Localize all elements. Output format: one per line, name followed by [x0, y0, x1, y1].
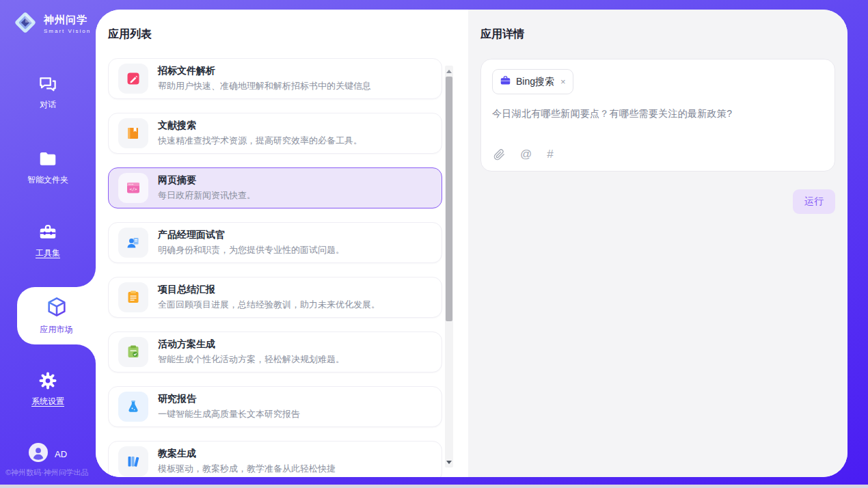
app-list: 招标文件解析 帮助用户快速、准确地理解和解析招标书中的关键信息 文献搜索 快速精… [108, 58, 442, 477]
app-desc: 每日政府新闻资讯快查。 [158, 189, 256, 202]
app-name: 教案生成 [158, 448, 336, 460]
interviewer-icon [118, 228, 148, 258]
app-name: 活动方案生成 [158, 338, 344, 351]
app-name: 产品经理面试官 [158, 229, 344, 241]
user-account[interactable]: AD [0, 443, 96, 465]
app-detail-title: 应用详情 [480, 27, 835, 42]
app-card-research-report[interactable]: 研究报告 一键智能生成高质量长文本研究报告 [108, 386, 442, 427]
sidebar-item-label: 应用市场 [40, 324, 73, 336]
cube-icon [46, 296, 68, 321]
flask-icon [118, 392, 148, 422]
briefcase-icon [500, 74, 511, 89]
sidebar-item-app-market[interactable]: 应用市场 [17, 287, 96, 344]
logo-title: 神州问学 [44, 14, 91, 27]
run-row: 运行 [480, 189, 835, 214]
clipboard-check-icon [118, 337, 148, 367]
sidebar-item-label: 系统设置 [31, 396, 64, 407]
app-card-event-plan[interactable]: 活动方案生成 智能生成个性化活动方案，轻松解决规划难题。 [108, 331, 442, 372]
prompt-card: Bing搜索 × 今日湖北有哪些新闻要点？有哪些需要关注的最新政策? @ # [480, 59, 835, 172]
logo-subtitle: Smart Vision [44, 28, 91, 34]
app-list-scrollbar[interactable] [445, 66, 453, 467]
tool-tag-label: Bing搜索 [516, 76, 554, 88]
sidebar-item-label: 智能文件夹 [27, 174, 68, 186]
app-name: 网页摘要 [158, 174, 256, 187]
app-card-literature-search[interactable]: 文献搜索 快速精准查找学术资源，提高研究效率的必备工具。 [108, 113, 442, 154]
app-card-lesson-plan[interactable]: 教案生成 模板驱动，教案秒成，教学准备从此轻松快捷 [108, 441, 442, 477]
app-desc: 明确身份和职责，为您提供专业性的面试问题。 [158, 244, 344, 256]
bottom-strip [0, 485, 868, 488]
close-icon[interactable]: × [560, 77, 566, 87]
sidebar-item-label: 对话 [40, 99, 56, 111]
sidebar-item-chat[interactable]: 对话 [0, 74, 96, 111]
run-button[interactable]: 运行 [793, 189, 835, 214]
webpage-icon: </> [118, 173, 148, 203]
sidebar-item-label: 工具集 [36, 247, 60, 259]
app-detail-pane: 应用详情 Bing搜索 × 今日湖北有哪些新闻要点？有哪些需要关注的最新政策? [468, 10, 847, 477]
app-logo: 神州问学 Smart Vision [12, 10, 91, 38]
app-list-title: 应用列表 [108, 27, 152, 42]
app-name: 招标文件解析 [158, 65, 371, 77]
sidebar-item-settings[interactable]: 系统设置 [0, 370, 96, 407]
attachment-icon[interactable] [493, 149, 505, 161]
app-desc: 帮助用户快速、准确地理解和解析招标书中的关键信息 [158, 80, 371, 92]
copyright-text: ©神州数码·神州问学出品 [0, 467, 103, 478]
scrollbar-thumb[interactable] [446, 77, 452, 321]
book-icon [118, 118, 148, 148]
folder-icon [38, 149, 58, 170]
chat-icon [38, 74, 58, 94]
user-initials: AD [55, 449, 67, 459]
mention-icon[interactable]: @ [520, 148, 532, 161]
scroll-up-icon[interactable] [445, 67, 453, 75]
app-name: 文献搜索 [158, 120, 362, 132]
avatar [29, 443, 48, 465]
app-desc: 模板驱动，教案秒成，教学准备从此轻松快捷 [158, 463, 336, 475]
hash-icon[interactable]: # [547, 148, 553, 161]
app-desc: 全面回顾项目进展，总结经验教训，助力未来优化发展。 [158, 299, 380, 311]
prompt-text[interactable]: 今日湖北有哪些新闻要点？有哪些需要关注的最新政策? [492, 108, 824, 120]
main-content: 应用列表 招标文件解析 帮助用户快速、准确地理解和解析招标书中的关键信息 [96, 10, 847, 477]
app-desc: 快速精准查找学术资源，提高研究效率的必备工具。 [158, 135, 362, 147]
tender-doc-icon [118, 64, 148, 94]
toolbox-icon [38, 222, 58, 243]
svg-text:</>: </> [129, 187, 137, 191]
prompt-toolbar: @ # [493, 148, 554, 161]
sidebar-item-smart-folder[interactable]: 智能文件夹 [0, 149, 96, 186]
logo-gem-icon [12, 10, 38, 38]
app-desc: 一键智能生成高质量长文本研究报告 [158, 408, 300, 420]
sidebar: 神州问学 Smart Vision 对话 智能文件夹 [0, 0, 96, 485]
app-name: 研究报告 [158, 393, 300, 405]
gear-icon [38, 370, 58, 391]
sidebar-item-toolset[interactable]: 工具集 [0, 222, 96, 259]
app-card-project-summary[interactable]: 项目总结汇报 全面回顾项目进展，总结经验教训，助力未来优化发展。 [108, 277, 442, 318]
tool-tag-bing-search[interactable]: Bing搜索 × [492, 69, 573, 94]
books-icon [118, 446, 148, 476]
app-card-webpage-summary[interactable]: </> 网页摘要 每日政府新闻资讯快查。 [108, 167, 442, 208]
app-list-pane: 应用列表 招标文件解析 帮助用户快速、准确地理解和解析招标书中的关键信息 [96, 10, 468, 477]
note-icon [118, 282, 148, 312]
app-card-tender-analysis[interactable]: 招标文件解析 帮助用户快速、准确地理解和解析招标书中的关键信息 [108, 58, 442, 99]
app-desc: 智能生成个性化活动方案，轻松解决规划难题。 [158, 353, 344, 366]
app-name: 项目总结汇报 [158, 284, 380, 296]
app-card-pm-interviewer[interactable]: 产品经理面试官 明确身份和职责，为您提供专业性的面试问题。 [108, 222, 442, 263]
scroll-down-icon[interactable] [445, 458, 453, 466]
